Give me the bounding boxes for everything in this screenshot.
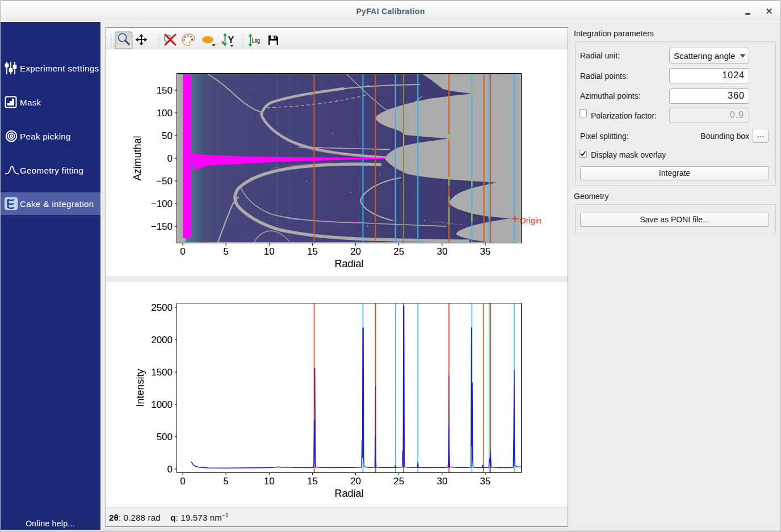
svg-text:2500: 2500 xyxy=(151,302,173,313)
svg-text:0: 0 xyxy=(167,153,173,164)
svg-text:Origin: Origin xyxy=(520,216,542,225)
svg-text:−150: −150 xyxy=(151,221,173,232)
svg-text:25: 25 xyxy=(393,476,404,487)
svg-text:5: 5 xyxy=(223,476,228,487)
svg-text:500: 500 xyxy=(157,432,173,442)
svg-text:−50: −50 xyxy=(156,176,173,187)
svg-text:Radial: Radial xyxy=(334,258,363,269)
svg-text:10: 10 xyxy=(264,246,275,257)
svg-text:Intensity: Intensity xyxy=(135,369,146,407)
svg-text:a: a xyxy=(221,40,224,45)
svg-text:20: 20 xyxy=(350,246,361,257)
svg-text:25: 25 xyxy=(393,246,404,257)
svg-text:0: 0 xyxy=(180,246,185,257)
svg-text:100: 100 xyxy=(157,108,173,119)
svg-text:30: 30 xyxy=(436,476,447,487)
svg-text:0: 0 xyxy=(167,464,173,475)
svg-text:20: 20 xyxy=(350,476,361,487)
svg-text:5: 5 xyxy=(223,246,228,257)
svg-text:Y: Y xyxy=(228,35,234,45)
svg-text:30: 30 xyxy=(436,246,447,257)
svg-text:50: 50 xyxy=(162,130,173,141)
svg-text:1500: 1500 xyxy=(151,367,173,378)
svg-text:−100: −100 xyxy=(151,199,173,209)
svg-text:15: 15 xyxy=(307,476,318,487)
svg-text:Azimuthal: Azimuthal xyxy=(132,136,143,180)
svg-text:1000: 1000 xyxy=(151,399,173,410)
svg-text:Log: Log xyxy=(252,37,260,44)
svg-text:35: 35 xyxy=(480,246,491,257)
svg-text:150: 150 xyxy=(157,85,173,96)
svg-text:35: 35 xyxy=(480,476,491,487)
svg-text:15: 15 xyxy=(307,246,318,257)
svg-text:Radial: Radial xyxy=(334,488,363,499)
svg-text:10: 10 xyxy=(264,476,275,487)
svg-text:0: 0 xyxy=(180,476,185,487)
svg-text:2000: 2000 xyxy=(151,335,173,345)
